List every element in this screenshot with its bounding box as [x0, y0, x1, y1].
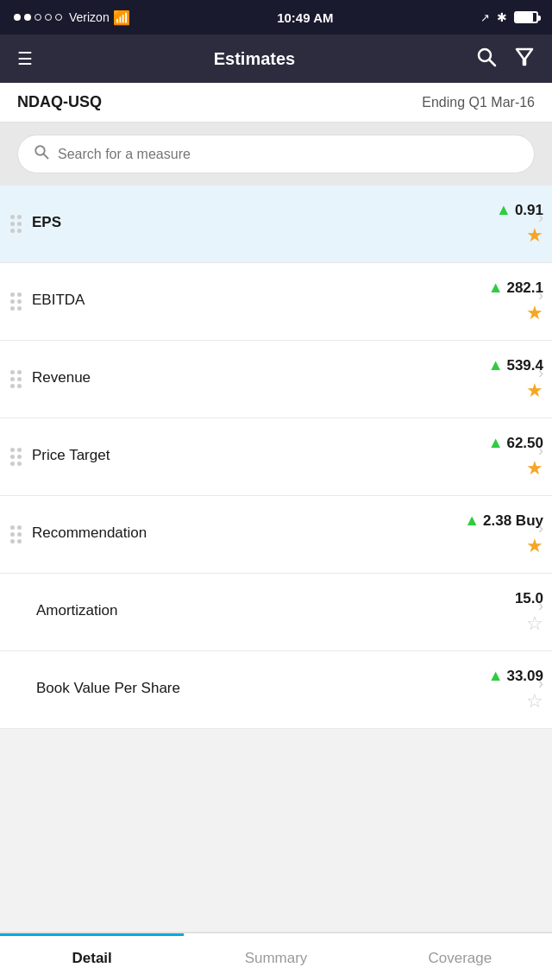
measure-name: Amortization [36, 602, 508, 619]
search-input[interactable] [58, 147, 518, 162]
drag-dot [17, 370, 22, 374]
list-item[interactable]: Revenue ▲ 539.4 ★ › [0, 341, 552, 418]
up-arrow-icon: ▲ [488, 279, 504, 297]
list-item[interactable]: EBITDA ▲ 282.1 ★ › [0, 263, 552, 341]
drag-handle [0, 418, 32, 495]
ticker-period: Ending Q1 Mar-16 [422, 95, 535, 110]
dot-2 [24, 14, 31, 21]
measure-name: Book Value Per Share [36, 680, 481, 697]
drag-dot [17, 215, 22, 219]
svg-marker-2 [517, 49, 532, 65]
measure-content: Book Value Per Share [36, 651, 481, 728]
drag-handle [0, 341, 32, 418]
drag-dot [17, 306, 22, 311]
drag-dot [10, 525, 15, 530]
bluetooth-icon: ✱ [497, 10, 507, 24]
filter-icon[interactable] [514, 47, 535, 72]
measure-value: ▲ 0.91 [496, 201, 543, 219]
chevron-icon: › [538, 518, 543, 537]
battery-icon [514, 11, 538, 23]
measures-list: EPS ▲ 0.91 ★ › EBITDA [0, 185, 552, 729]
arrow-icon: ↗ [480, 11, 490, 24]
svg-line-4 [44, 154, 48, 159]
dot-3 [34, 14, 41, 21]
drag-dot [17, 299, 22, 304]
dot-5 [55, 14, 62, 21]
drag-dot [10, 299, 15, 304]
signal-dots [14, 14, 62, 21]
measure-content: Price Target [32, 418, 481, 495]
wifi-icon: 📶 [113, 9, 130, 26]
measure-name: Recommendation [32, 525, 457, 542]
measure-value: ▲ 539.4 [488, 356, 543, 374]
search-container [0, 122, 552, 185]
clock: 10:49 AM [277, 10, 333, 25]
up-arrow-icon: ▲ [488, 356, 504, 374]
drag-dot [10, 455, 15, 459]
drag-dot [17, 222, 22, 226]
header-actions [476, 47, 535, 72]
drag-dot [17, 384, 22, 388]
star-filled-icon[interactable]: ★ [526, 224, 543, 247]
drag-dot [10, 222, 15, 226]
star-empty-icon[interactable]: ☆ [526, 612, 543, 635]
chevron-icon: › [538, 674, 543, 692]
chevron-icon: › [538, 363, 543, 381]
up-arrow-icon: ▲ [496, 201, 511, 219]
star-filled-icon[interactable]: ★ [526, 302, 543, 324]
page-title: Estimates [214, 49, 296, 69]
measure-name: Revenue [32, 369, 481, 386]
measure-value: ▲ 33.09 [488, 667, 543, 685]
drag-dot [17, 229, 22, 233]
drag-handle [0, 496, 32, 573]
search-icon[interactable] [476, 47, 497, 72]
measure-content: EBITDA [32, 263, 481, 340]
drag-dot [17, 455, 22, 459]
drag-dot [10, 306, 15, 311]
drag-dot [17, 525, 22, 530]
measure-name: EPS [32, 214, 489, 231]
drag-dot [10, 384, 15, 388]
measure-right: 15.0 ☆ [508, 574, 552, 650]
list-item[interactable]: Price Target ▲ 62.50 ★ › [0, 418, 552, 496]
up-arrow-icon: ▲ [488, 667, 504, 685]
tab-coverage[interactable]: Coverage [368, 933, 552, 980]
list-item[interactable]: EPS ▲ 0.91 ★ › [0, 185, 552, 263]
up-arrow-icon: ▲ [464, 512, 480, 530]
tab-detail[interactable]: Detail [0, 933, 184, 980]
ticker-row: NDAQ-USQ Ending Q1 Mar-16 [0, 83, 552, 122]
chevron-icon: › [538, 596, 543, 614]
measure-content: EPS [32, 185, 489, 262]
header: ☰ Estimates [0, 35, 552, 83]
list-item[interactable]: Recommendation ▲ 2.38 Buy ★ › [0, 496, 552, 574]
drag-dot [10, 377, 15, 381]
hamburger-icon: ☰ [17, 49, 33, 68]
drag-dot [10, 462, 15, 466]
status-right: ↗ ✱ [480, 10, 538, 24]
up-arrow-icon: ▲ [488, 434, 504, 452]
search-bar[interactable] [17, 135, 535, 173]
ticker-symbol: NDAQ-USQ [17, 93, 102, 111]
star-filled-icon[interactable]: ★ [526, 535, 543, 557]
drag-dot [10, 532, 15, 537]
drag-dot [17, 292, 22, 297]
star-filled-icon[interactable]: ★ [526, 380, 543, 402]
star-empty-icon[interactable]: ☆ [526, 690, 543, 713]
chevron-icon: › [538, 441, 543, 459]
measure-name: Price Target [32, 447, 481, 464]
chevron-icon: › [538, 286, 543, 304]
measure-content: Revenue [32, 341, 481, 418]
list-item[interactable]: Amortization 15.0 ☆ › [0, 574, 552, 651]
carrier-label: Verizon [69, 10, 110, 24]
drag-dot [17, 539, 22, 543]
measure-content: Recommendation [32, 496, 457, 573]
measure-content: Amortization [36, 574, 508, 650]
drag-dot [17, 377, 22, 381]
tab-summary[interactable]: Summary [184, 933, 367, 980]
list-item[interactable]: Book Value Per Share ▲ 33.09 ☆ › [0, 651, 552, 729]
status-bar: Verizon 📶 10:49 AM ↗ ✱ [0, 0, 552, 35]
drag-dot [17, 462, 22, 466]
menu-button[interactable]: ☰ [17, 48, 33, 69]
star-filled-icon[interactable]: ★ [526, 457, 543, 480]
measure-value: ▲ 62.50 [488, 434, 543, 452]
